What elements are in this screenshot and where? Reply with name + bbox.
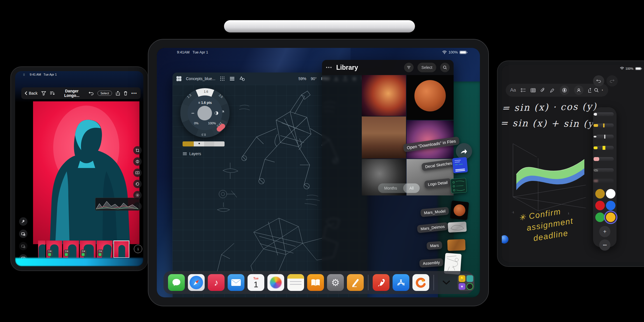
crop-icon[interactable] bbox=[133, 146, 142, 155]
eraser-tool[interactable] bbox=[596, 157, 614, 161]
app-music[interactable]: ♪ bbox=[208, 274, 225, 291]
highlighter-tool[interactable] bbox=[596, 146, 614, 150]
sort-icon[interactable] bbox=[50, 91, 55, 95]
undo-button[interactable] bbox=[593, 75, 604, 87]
drag-share-button[interactable] bbox=[456, 143, 472, 159]
app-mail[interactable] bbox=[228, 274, 244, 291]
photo-mars[interactable] bbox=[407, 75, 454, 120]
undo-icon[interactable] bbox=[89, 91, 94, 95]
auto-enhance-icon[interactable] bbox=[19, 217, 27, 226]
collaborate-button[interactable] bbox=[574, 85, 584, 95]
adjust-icon[interactable] bbox=[133, 157, 142, 166]
more-button[interactable]: ••• bbox=[131, 91, 137, 95]
info-button[interactable]: i bbox=[134, 245, 142, 253]
swatch-olive[interactable] bbox=[595, 189, 605, 199]
brush-size-1-6[interactable]: 1.6 bbox=[204, 90, 208, 93]
library-search-button[interactable] bbox=[440, 63, 450, 72]
precision-grid-icon[interactable] bbox=[220, 76, 225, 81]
pencil-tool-button[interactable] bbox=[560, 85, 569, 95]
thumb-mars-model[interactable] bbox=[450, 200, 469, 220]
dock-expand-button[interactable] bbox=[438, 281, 454, 284]
equation-2: = sin (x) + sin (y) bbox=[502, 117, 598, 129]
photo-orange-nebula[interactable] bbox=[362, 75, 406, 116]
swatch-light[interactable] bbox=[194, 141, 204, 146]
shapes-icon[interactable] bbox=[239, 76, 245, 81]
filmstrip-thumb-selected[interactable] bbox=[113, 241, 129, 258]
library-select-button[interactable]: Select bbox=[417, 63, 436, 72]
app-notes[interactable] bbox=[287, 274, 304, 291]
swatch-olive[interactable] bbox=[183, 141, 194, 146]
filmstrip-thumb[interactable]: 3★ bbox=[97, 241, 113, 258]
app-safari[interactable] bbox=[188, 274, 205, 291]
layers-toggle[interactable]: Layers bbox=[183, 151, 201, 156]
app-menu-dots-icon[interactable]: ⠿ bbox=[23, 73, 25, 76]
swatch-gray1[interactable] bbox=[204, 141, 214, 146]
table-icon[interactable] bbox=[531, 88, 536, 92]
brush-wheel[interactable]: 1.3 1.6 3.5 14.5 8.9 ≡ 1.6 pts bbox=[180, 88, 230, 137]
gallery-icon[interactable] bbox=[176, 76, 181, 81]
back-button[interactable]: Back bbox=[25, 91, 38, 95]
app-messages[interactable] bbox=[168, 274, 185, 291]
brush-wheel-inner[interactable]: ≡ 1.6 pts 0% 100% bbox=[188, 95, 222, 130]
filmstrip-thumb[interactable] bbox=[38, 241, 45, 258]
paperclip-icon[interactable] bbox=[540, 88, 545, 93]
logo-sticker-green[interactable] bbox=[450, 178, 467, 193]
segment-all[interactable]: All bbox=[403, 183, 420, 193]
fineliner-tool[interactable] bbox=[596, 135, 614, 139]
format-button[interactable]: Aa bbox=[510, 87, 516, 93]
app-appstore[interactable] bbox=[393, 274, 409, 291]
thumb-mars-surface[interactable] bbox=[447, 239, 465, 251]
app-books[interactable] bbox=[307, 274, 324, 291]
library-more-button[interactable]: ••• bbox=[326, 65, 332, 70]
library-scope-segmented[interactable]: Months All bbox=[378, 183, 420, 193]
share-icon[interactable] bbox=[116, 91, 120, 95]
app-linea[interactable] bbox=[347, 274, 364, 291]
shading-pencil-tool[interactable] bbox=[596, 168, 614, 172]
export-reject-icon[interactable] bbox=[19, 230, 27, 238]
segment-months[interactable]: Months bbox=[378, 183, 403, 193]
swatch-red[interactable] bbox=[595, 201, 605, 210]
brush-size-8-9[interactable]: 8.9 bbox=[202, 133, 206, 136]
settings-gear-glyph: ⚙ bbox=[331, 277, 340, 288]
layers-stack-icon[interactable] bbox=[229, 76, 235, 81]
flip-icon[interactable] bbox=[133, 169, 142, 177]
library-filter-button[interactable] bbox=[404, 63, 414, 72]
decal-sticker-blue[interactable] bbox=[452, 157, 468, 173]
palette-more-button[interactable]: ••• bbox=[599, 239, 610, 251]
filmstrip-thumb[interactable]: 3★ bbox=[80, 241, 96, 258]
app-concepts[interactable] bbox=[412, 274, 429, 291]
add-color-button[interactable]: + bbox=[599, 226, 610, 237]
checklist-icon[interactable] bbox=[521, 88, 526, 92]
swatch-gray2[interactable] bbox=[214, 141, 225, 146]
trash-icon[interactable] bbox=[124, 91, 127, 95]
swatch-yellow-selected[interactable] bbox=[606, 213, 615, 222]
layers-list-icon bbox=[183, 152, 187, 155]
filter-funnel-icon[interactable] bbox=[41, 91, 46, 95]
app-photos[interactable] bbox=[267, 274, 284, 291]
filmstrip-thumb[interactable]: 3★ bbox=[46, 241, 62, 258]
markup-pen-icon[interactable] bbox=[550, 88, 555, 93]
app-settings[interactable]: ⚙ bbox=[327, 274, 344, 291]
chevron-down-icon bbox=[443, 281, 450, 284]
app-folder-widgets[interactable]: 💡 ★ bbox=[458, 274, 474, 291]
rotate-icon[interactable] bbox=[133, 180, 142, 188]
export-pending-icon[interactable] bbox=[19, 242, 27, 250]
fountain-pen-tool[interactable] bbox=[596, 123, 614, 127]
inactive-pen-tool[interactable] bbox=[596, 179, 614, 183]
swatch-white[interactable] bbox=[606, 189, 615, 199]
select-button[interactable]: Select bbox=[97, 91, 112, 96]
equation-1: = sin (x) · cos (y) bbox=[502, 101, 597, 113]
swatch-blue[interactable] bbox=[606, 201, 615, 210]
photo-desert[interactable] bbox=[362, 116, 406, 158]
pencil-tool[interactable] bbox=[596, 112, 614, 116]
app-calendar[interactable]: Tue 1 bbox=[248, 274, 264, 291]
rotation-value[interactable]: 90° bbox=[311, 76, 317, 81]
filmstrip-thumb[interactable]: 3★ bbox=[63, 241, 79, 258]
redo-button[interactable] bbox=[606, 75, 618, 87]
app-rocket[interactable] bbox=[373, 274, 389, 291]
swatch-green[interactable] bbox=[595, 213, 605, 222]
thumb-mars-deimos[interactable] bbox=[448, 221, 467, 232]
zoom-level[interactable]: 59% bbox=[298, 76, 306, 81]
color-strip[interactable] bbox=[183, 141, 225, 146]
doc-title[interactable]: Concepts_blue... bbox=[186, 76, 215, 81]
